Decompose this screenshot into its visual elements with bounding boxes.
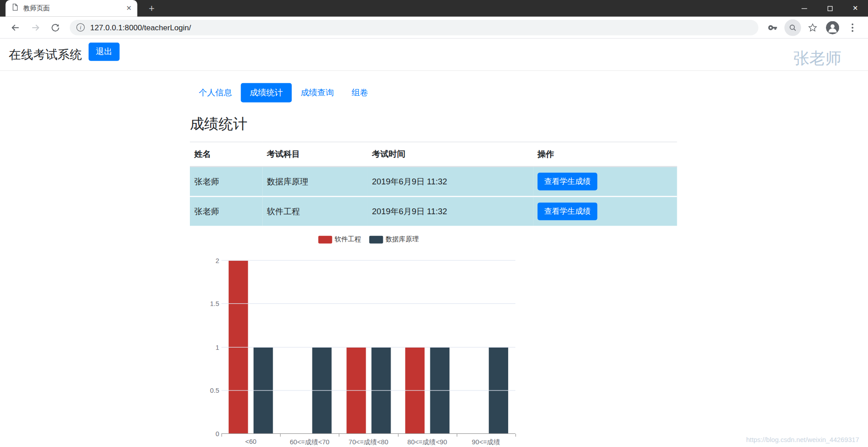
window-controls: ✕ xyxy=(792,0,868,17)
logout-button[interactable]: 退出 xyxy=(89,42,120,61)
gridline xyxy=(222,390,515,391)
gridline xyxy=(222,347,515,347)
teacher-name: 张老师 xyxy=(793,47,842,70)
cell-teacher-name: 张老师 xyxy=(190,167,262,197)
exam-table: 姓名 考试科目 考试时间 操作 张老师 数据库原理 2019年6月9日 11:3… xyxy=(190,141,677,226)
x-tick-mark xyxy=(457,434,457,437)
forward-icon[interactable] xyxy=(27,19,44,36)
score-distribution-chart: 00.511.52 xyxy=(212,261,677,434)
tab-score-query[interactable]: 成绩查询 xyxy=(292,83,343,103)
browser-window: 教师页面 ✕ + ✕ i 127.0.0.1:8000/teacherLogin… xyxy=(0,0,868,447)
x-tick-label: 70<=成绩<80 xyxy=(339,438,398,447)
gridline xyxy=(222,303,515,304)
minimize-button[interactable] xyxy=(792,0,817,17)
new-tab-button[interactable]: + xyxy=(145,0,158,17)
table-row: 张老师 软件工程 2019年6月9日 11:32 查看学生成绩 xyxy=(190,197,677,226)
browser-tab[interactable]: 教师页面 ✕ xyxy=(5,0,137,17)
csdn-watermark: https://blog.csdn.net/weixin_44269317 xyxy=(746,436,859,444)
y-tick-label: 2 xyxy=(216,257,219,264)
col-header-subject: 考试科目 xyxy=(262,142,368,166)
y-tick-label: 0.5 xyxy=(210,387,219,394)
col-header-action: 操作 xyxy=(533,142,677,166)
browser-toolbar: i 127.0.0.1:8000/teacherLogin/ xyxy=(0,17,868,39)
legend-swatch xyxy=(318,235,332,243)
main-content: 个人信息 成绩统计 成绩查询 组卷 成绩统计 姓名 考试科目 考试时间 操作 张… xyxy=(190,83,677,447)
x-tick-mark xyxy=(515,434,516,437)
col-header-name: 姓名 xyxy=(190,142,262,166)
close-button[interactable]: ✕ xyxy=(843,0,868,17)
browser-menu-icon[interactable] xyxy=(844,19,861,36)
legend-label: 数据库原理 xyxy=(386,235,419,244)
tab-score-statistics[interactable]: 成绩统计 xyxy=(241,83,292,103)
legend-label: 软件工程 xyxy=(335,235,361,244)
site-title: 在线考试系统 xyxy=(9,47,82,63)
chart-plot xyxy=(222,261,515,434)
table-header-row: 姓名 考试科目 考试时间 操作 xyxy=(190,142,677,166)
chart-legend: 软件工程数据库原理 xyxy=(222,235,515,244)
zoom-icon[interactable] xyxy=(784,19,801,36)
gridline xyxy=(222,260,515,261)
bookmark-star-icon[interactable] xyxy=(804,19,821,36)
site-header: 在线考试系统 退出 张老师 xyxy=(0,39,868,71)
view-scores-button[interactable]: 查看学生成绩 xyxy=(538,173,597,190)
page-favicon-icon xyxy=(11,3,19,13)
view-scores-button[interactable]: 查看学生成绩 xyxy=(538,202,597,220)
legend-item[interactable]: 数据库原理 xyxy=(369,235,419,244)
table-row: 张老师 数据库原理 2019年6月9日 11:32 查看学生成绩 xyxy=(190,167,677,197)
cell-exam-time: 2019年6月9日 11:32 xyxy=(368,167,533,197)
tab-close-icon[interactable]: ✕ xyxy=(126,5,132,12)
profile-avatar-icon[interactable] xyxy=(824,19,841,36)
chart-y-axis: 00.511.52 xyxy=(212,261,222,434)
tab-title: 教师页面 xyxy=(23,4,122,13)
cell-subject: 软件工程 xyxy=(262,197,368,226)
chart-x-axis: <6060<=成绩<7070<=成绩<8080<=成绩<9090<=成绩 xyxy=(222,438,515,447)
legend-item[interactable]: 软件工程 xyxy=(318,235,361,244)
nav-tabs: 个人信息 成绩统计 成绩查询 组卷 xyxy=(190,83,677,103)
y-tick-label: 0 xyxy=(216,431,219,438)
cell-subject: 数据库原理 xyxy=(262,167,368,197)
address-bar[interactable]: i 127.0.0.1:8000/teacherLogin/ xyxy=(70,19,758,35)
tab-paper-assembly[interactable]: 组卷 xyxy=(343,83,377,103)
x-tick-label: 80<=成绩<90 xyxy=(398,438,457,447)
x-tick-mark xyxy=(339,434,340,437)
page-title: 成绩统计 xyxy=(190,114,677,134)
col-header-time: 考试时间 xyxy=(368,142,533,166)
back-icon[interactable] xyxy=(7,19,24,36)
legend-swatch xyxy=(369,235,383,243)
page-info-icon[interactable]: i xyxy=(76,23,85,31)
cell-teacher-name: 张老师 xyxy=(190,197,262,226)
password-key-icon[interactable] xyxy=(764,19,781,36)
browser-titlebar: 教师页面 ✕ + ✕ xyxy=(0,0,868,17)
url-text[interactable]: 127.0.0.1:8000/teacherLogin/ xyxy=(90,23,191,32)
y-tick-label: 1 xyxy=(216,344,219,351)
reload-icon[interactable] xyxy=(47,19,64,36)
x-tick-mark xyxy=(222,434,222,437)
x-tick-label: 60<=成绩<70 xyxy=(280,438,339,447)
x-tick-label: <60 xyxy=(222,438,280,447)
tab-personal-info[interactable]: 个人信息 xyxy=(190,83,241,103)
x-tick-mark xyxy=(398,434,398,437)
x-tick-label: 90<=成绩 xyxy=(457,438,515,447)
y-tick-label: 1.5 xyxy=(210,301,219,307)
gridline xyxy=(222,433,515,434)
x-tick-mark xyxy=(280,434,281,437)
maximize-button[interactable] xyxy=(817,0,842,17)
cell-exam-time: 2019年6月9日 11:32 xyxy=(368,197,533,226)
